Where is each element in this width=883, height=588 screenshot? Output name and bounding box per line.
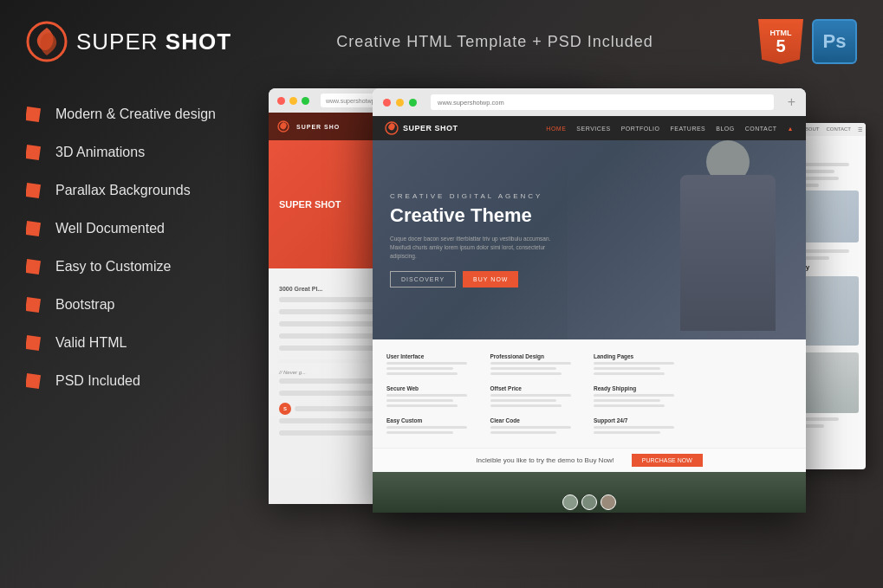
feature-text-3d: 3D Animations — [55, 145, 145, 160]
bullet-icon-3d — [26, 144, 43, 161]
features-col-3: Landing Pages Ready Shipping — [594, 353, 689, 434]
header-center: Creative HTML Template + PSD Included — [231, 33, 758, 51]
avatar-3 — [601, 494, 616, 510]
site-feature-professional: Professional Design — [490, 353, 586, 375]
main-dot-red — [383, 99, 391, 107]
dot-yellow — [289, 97, 297, 105]
avatar-1 — [562, 494, 578, 510]
feature-docs: Well Documented — [26, 220, 269, 237]
site-bottom-section — [373, 472, 806, 513]
feature-text-psd: PSD Included — [55, 373, 140, 389]
cta-text: Incleible you like to try the demo to Bu… — [476, 456, 614, 464]
site-feature-support: Support 24/7 — [594, 417, 689, 434]
feature-text-customize: Easy to Customize — [55, 259, 171, 275]
browser-area: www.supershotwp.com SUPER SHO — [286, 88, 857, 571]
feature-modern: Modern & Creative design — [26, 106, 269, 123]
svg-rect-4 — [26, 221, 41, 236]
bullet-icon-modern — [26, 106, 43, 123]
feature-3d: 3D Animations — [26, 144, 269, 161]
dot-green — [302, 97, 309, 105]
site-feature-clear: Clear Code — [490, 417, 586, 434]
html5-badge: HTML 5 — [758, 19, 803, 64]
discovery-button[interactable]: DISCOVERY — [390, 271, 456, 288]
site-hero-text: Creative Digital Agency Creative Theme C… — [373, 175, 581, 304]
nav-search[interactable]: ▲ — [788, 126, 794, 132]
browser-main-bar: www.supershotwp.com + — [373, 88, 806, 116]
features-panel: Modern & Creative design 3D Animations P… — [26, 88, 269, 571]
feature-text-parallax: Parallax Backgrounds — [55, 183, 191, 198]
svg-rect-8 — [26, 373, 41, 389]
header-badges: HTML 5 Ps — [758, 19, 857, 64]
bullet-icon-psd — [26, 372, 43, 390]
nav-services[interactable]: SERVICES — [576, 126, 610, 132]
feature-html: Valid HTML — [26, 334, 269, 352]
hero-desc: Cuque docer bacon sever itterblattar tri… — [390, 235, 563, 260]
site-nav-logo: SUPER SHOT — [385, 121, 458, 135]
buynow-button[interactable]: BUY NOW — [463, 271, 518, 288]
site-nav-links: HOME SERVICES PORTFOLIO FEATURES BLOG CO… — [546, 126, 794, 132]
hero-subtitle: Creative Digital Agency — [390, 192, 563, 200]
feature-text-modern: Modern & Creative design — [55, 107, 216, 122]
nav-blog[interactable]: BLOG — [716, 126, 734, 132]
hero-title: Creative Theme — [390, 205, 563, 226]
site-feature-offset: Offset Price — [490, 385, 586, 407]
nav-home[interactable]: HOME — [546, 126, 566, 132]
logo-area: SUPER SHOT — [26, 21, 231, 62]
svg-rect-1 — [26, 107, 41, 122]
logo-text: SUPER SHOT — [76, 29, 231, 55]
content-area: Modern & Creative design 3D Animations P… — [0, 80, 883, 588]
hero-person — [568, 140, 806, 339]
site-feature-ui: User Interface — [386, 353, 482, 375]
site-feature-easy: Easy Custom — [386, 417, 482, 434]
feature-bootstrap: Bootstrap — [26, 296, 269, 313]
feature-customize: Easy to Customize — [26, 258, 269, 275]
avatar-2 — [581, 494, 597, 510]
main-dot-yellow — [396, 99, 404, 107]
site-nav: SUPER SHOT HOME SERVICES PORTFOLIO FEATU… — [373, 116, 806, 140]
browser-main-content: SUPER SHOT HOME SERVICES PORTFOLIO FEATU… — [373, 116, 806, 513]
svg-rect-6 — [26, 297, 41, 313]
bullet-icon-bootstrap — [26, 296, 43, 313]
tab-plus-icon: + — [788, 94, 795, 110]
bullet-icon-parallax — [26, 182, 43, 199]
bullet-icon-customize — [26, 258, 43, 275]
bullet-icon-html — [26, 334, 43, 352]
bullet-icon-docs — [26, 220, 43, 237]
ps-badge: Ps — [812, 19, 857, 64]
browser-main-address: www.supershotwp.com — [431, 94, 774, 110]
site-features-grid: User Interface Secure Web — [373, 339, 806, 448]
svg-rect-3 — [26, 183, 41, 198]
hero-buttons: DISCOVERY BUY NOW — [390, 271, 563, 288]
svg-rect-2 — [26, 145, 41, 160]
site-feature-landing: Landing Pages — [594, 353, 689, 375]
site-feature-secure: Secure Web — [386, 385, 482, 407]
logo-icon — [26, 21, 68, 62]
main-dot-green — [409, 99, 417, 107]
svg-rect-7 — [26, 335, 41, 351]
feature-parallax: Parallax Backgrounds — [26, 182, 269, 199]
site-nav-logo-text: SUPER SHOT — [403, 124, 458, 132]
testimonial-avatars — [562, 494, 616, 510]
header-subtitle: Creative HTML Template + PSD Included — [336, 33, 653, 50]
bg-site-logo-icon — [277, 120, 289, 132]
bg-hero-text: SUPER SHOT — [279, 199, 341, 210]
site-logo-icon — [385, 121, 399, 135]
dot-red — [277, 97, 285, 105]
browser-main: www.supershotwp.com + SUPER SHOT — [373, 88, 806, 513]
feature-text-bootstrap: Bootstrap — [55, 297, 114, 313]
nav-features[interactable]: FEATURES — [670, 126, 705, 132]
feature-text-docs: Well Documented — [55, 221, 165, 236]
nav-portfolio[interactable]: PORTFOLIO — [621, 126, 660, 132]
site-cta-bar: Incleible you like to try the demo to Bu… — [373, 448, 806, 472]
nav-contact[interactable]: CONTACT — [745, 126, 777, 132]
features-col-2: Professional Design Offset Price — [490, 353, 586, 434]
bg-site-name: SUPER SHO — [296, 124, 340, 130]
svg-rect-5 — [26, 259, 41, 275]
main-container: SUPER SHOT Creative HTML Template + PSD … — [0, 0, 883, 588]
features-col-1: User Interface Secure Web — [386, 353, 482, 434]
features-col-4 — [698, 353, 793, 434]
feature-psd: PSD Included — [26, 372, 269, 390]
feature-text-html: Valid HTML — [55, 335, 127, 351]
purchase-now-button[interactable]: PURCHASE NOW — [632, 454, 703, 467]
site-hero: Creative Digital Agency Creative Theme C… — [373, 140, 806, 339]
